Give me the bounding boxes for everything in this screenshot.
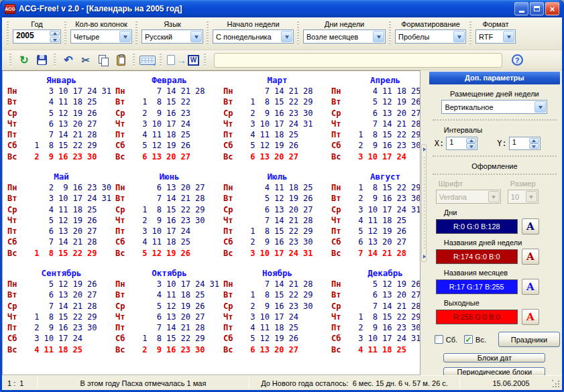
dropdown-button[interactable] — [534, 101, 546, 113]
paste-button[interactable] — [112, 52, 129, 68]
save-button[interactable] — [33, 52, 50, 68]
x-interval-stepper[interactable]: 1 — [446, 137, 477, 150]
weekday-row: Ср7142128 — [331, 301, 420, 312]
day-number: 8 — [256, 226, 270, 237]
day-number: 20 — [68, 226, 83, 237]
calendar-preview[interactable]: ЯнварьПн310172431Вт4111825Ср5121926Чт613… — [2, 70, 420, 375]
weekday-label: Ср — [331, 301, 349, 312]
close-button[interactable]: × — [545, 2, 559, 15]
day-number: 5 — [40, 215, 54, 226]
toolbar-gripper[interactable] — [297, 21, 299, 44]
export-to-word-button[interactable]: → W — [166, 52, 201, 68]
date-blocks-button[interactable]: Блоки дат — [443, 353, 545, 363]
toolbar-gripper[interactable] — [54, 54, 56, 67]
splitter-handle[interactable] — [421, 144, 427, 262]
maximize-button[interactable] — [530, 2, 544, 15]
toolbar-gripper[interactable] — [207, 21, 209, 44]
spin-down-button[interactable] — [50, 37, 60, 42]
day-number: 10 — [54, 86, 68, 96]
color-swatch[interactable]: R:0 G:0 B:128 — [436, 219, 518, 234]
day-number: 28 — [190, 322, 205, 333]
toolbar-gripper[interactable] — [160, 54, 162, 67]
dropdown-button[interactable] — [373, 31, 384, 42]
dropdown-button[interactable] — [503, 31, 514, 42]
day-number: 28 — [190, 193, 205, 204]
day-number — [190, 119, 205, 129]
language-combobox[interactable]: Русский — [142, 29, 203, 44]
color-swatch[interactable]: R:17 G:17 B:255 — [436, 279, 518, 294]
color-swatch[interactable]: R:174 G:0 B:0 — [436, 249, 518, 264]
toolbar-gripper[interactable] — [9, 54, 11, 67]
spin-down-button[interactable] — [529, 143, 539, 149]
day-number: 4 — [241, 129, 256, 140]
generate-calendar-button[interactable]: → — [139, 52, 156, 68]
day-number: 27 — [176, 151, 191, 162]
day-number: 1 — [25, 248, 40, 259]
day-number: 14 — [270, 215, 284, 226]
toolbar-gripper[interactable] — [204, 54, 206, 67]
help-button[interactable]: ? — [508, 52, 526, 68]
day-number: 10 — [363, 333, 378, 344]
spin-up-button[interactable] — [466, 138, 476, 143]
day-number — [298, 312, 313, 322]
minimize-button[interactable] — [514, 2, 528, 15]
day-number — [133, 322, 148, 333]
spin-up-button[interactable] — [529, 138, 539, 143]
toolbar-gripper[interactable] — [133, 54, 135, 67]
font-color-button[interactable]: A — [522, 309, 539, 325]
day-number — [205, 312, 220, 322]
font-color-button[interactable]: A — [522, 249, 539, 265]
format-combobox[interactable]: RTF — [475, 29, 516, 44]
periodic-blocks-button[interactable]: Периодические блоки — [443, 367, 545, 375]
weekday-row: Сб4111825 — [115, 237, 223, 247]
sunday-checkbox[interactable]: ✓ — [464, 335, 473, 344]
day-number: 2 — [241, 108, 256, 119]
weekdays-combobox[interactable]: Возле месяцев — [303, 29, 386, 44]
formatting-combobox[interactable]: Пробелы — [395, 29, 466, 44]
placement-combobox[interactable]: Вертикальное — [441, 100, 547, 114]
font-color-button[interactable]: A — [522, 218, 539, 235]
cut-button[interactable]: ✂ — [77, 52, 95, 68]
day-number: 3 — [349, 333, 363, 344]
resize-grip[interactable] — [552, 380, 561, 389]
arrow-right-icon: → — [148, 58, 157, 68]
y-interval-stepper[interactable]: 1 — [509, 137, 541, 150]
dropdown-button[interactable] — [281, 31, 292, 42]
font-color-button[interactable]: A — [522, 279, 539, 295]
weekday-row: Вт4111825 — [115, 289, 223, 300]
field-label: Форматирование — [401, 19, 460, 29]
day-number: 22 — [284, 96, 299, 107]
day-number: 25 — [190, 289, 205, 300]
color-swatch[interactable]: R:255 G:0 B:0 — [436, 310, 518, 324]
toolbar-gripper[interactable] — [389, 21, 391, 44]
holidays-button[interactable]: Праздники — [498, 332, 560, 347]
title-bar[interactable]: ACG ACG-Free! v 2.0 - [Календарь на 2005… — [2, 0, 562, 17]
week-start-combobox[interactable]: С понедельника — [213, 29, 294, 44]
design-label: Оформление — [429, 161, 560, 171]
dropdown-button[interactable] — [190, 31, 202, 42]
copy-button[interactable] — [95, 52, 112, 68]
day-number: 20 — [270, 151, 284, 162]
toolbar-gripper[interactable] — [64, 21, 66, 44]
day-number: 6 — [133, 151, 148, 162]
undo-button[interactable]: ↶ — [60, 52, 77, 68]
weekday-label: Пт — [331, 129, 349, 140]
command-input[interactable] — [214, 53, 502, 68]
month-name: Апрель — [331, 74, 420, 86]
dropdown-button[interactable] — [453, 31, 465, 42]
dropdown-button[interactable] — [119, 31, 131, 42]
check-icon: ✓ — [465, 336, 472, 343]
columns-combobox[interactable]: Четыре — [70, 29, 132, 44]
saturday-checkbox[interactable]: ✓ — [435, 335, 443, 344]
spin-up-button[interactable] — [50, 31, 60, 36]
spin-down-button[interactable] — [466, 143, 476, 149]
day-number — [190, 108, 205, 119]
year-stepper[interactable]: 2005 — [13, 29, 61, 44]
toolbar-gripper[interactable] — [469, 21, 471, 44]
toolbar-gripper[interactable] — [135, 21, 137, 44]
x-value: 1 — [447, 137, 465, 149]
toolbar-gripper[interactable] — [7, 21, 9, 44]
panel-splitter[interactable] — [420, 70, 427, 375]
refresh-button[interactable]: ↻ — [15, 52, 33, 68]
day-number — [97, 248, 112, 259]
